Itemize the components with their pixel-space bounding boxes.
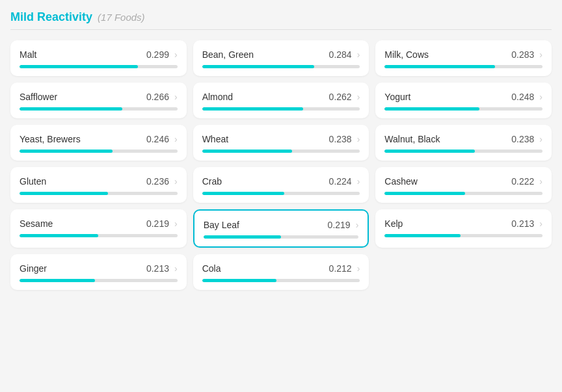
food-value: 0.213: [511, 218, 534, 229]
bar-track: [384, 65, 542, 68]
food-name: Sesame: [20, 218, 53, 229]
food-card[interactable]: Kelp 0.213 ›: [375, 209, 552, 248]
bar-fill: [384, 107, 479, 111]
chevron-right-icon: ›: [357, 134, 360, 144]
bar-track: [20, 107, 178, 111]
food-card[interactable]: Wheat 0.238 ›: [193, 125, 369, 161]
bar-track: [384, 150, 542, 153]
food-value: 0.299: [146, 49, 169, 60]
food-value: 0.246: [146, 134, 169, 144]
chevron-right-icon: ›: [539, 134, 542, 144]
food-value: 0.284: [329, 49, 352, 60]
food-value: 0.212: [329, 263, 352, 274]
food-card[interactable]: Milk, Cows 0.283 ›: [375, 40, 552, 76]
card-header-row: Yogurt 0.248 ›: [384, 92, 542, 102]
food-name: Milk, Cows: [384, 49, 429, 60]
food-name: Ginger: [20, 263, 47, 274]
chevron-right-icon: ›: [357, 176, 360, 187]
food-name: Kelp: [384, 218, 403, 229]
food-name: Gluten: [20, 176, 46, 187]
bar-fill: [20, 107, 122, 111]
food-card[interactable]: Safflower 0.266 ›: [10, 83, 187, 118]
chevron-right-icon: ›: [539, 218, 542, 229]
bar-track: [20, 234, 178, 237]
bar-fill: [202, 192, 284, 195]
bar-track: [20, 150, 178, 153]
card-header-row: Almond 0.262 ›: [202, 92, 360, 102]
food-card[interactable]: Sesame 0.219 ›: [10, 209, 187, 248]
header-title: Mild Reactivity: [10, 10, 92, 24]
food-name: Safflower: [20, 92, 57, 102]
bar-track: [202, 65, 360, 68]
card-header-row: Cola 0.212 ›: [202, 263, 360, 274]
food-card[interactable]: Almond 0.262 ›: [193, 83, 369, 118]
food-value: 0.219: [328, 220, 351, 230]
bar-track: [202, 150, 360, 153]
food-card[interactable]: Yeast, Brewers 0.246 ›: [10, 125, 187, 161]
bar-fill: [20, 150, 113, 153]
food-name: Crab: [202, 176, 222, 187]
food-grid: Malt 0.299 › Bean, Green 0.284 › Milk, C…: [10, 40, 552, 290]
bar-fill: [202, 150, 292, 153]
card-header-row: Walnut, Black 0.238 ›: [384, 134, 542, 144]
food-value: 0.262: [329, 92, 352, 102]
food-value: 0.236: [146, 176, 169, 187]
food-value: 0.222: [511, 176, 534, 187]
bar-track: [202, 279, 360, 282]
bar-track: [384, 107, 542, 111]
food-name: Almond: [202, 92, 233, 102]
card-header-row: Bean, Green 0.284 ›: [202, 49, 360, 60]
chevron-right-icon: ›: [356, 220, 359, 230]
food-name: Bean, Green: [202, 49, 254, 60]
food-card[interactable]: Walnut, Black 0.238 ›: [375, 125, 552, 161]
chevron-right-icon: ›: [174, 218, 178, 229]
food-name: Walnut, Black: [384, 134, 440, 144]
food-name: Yeast, Brewers: [20, 134, 81, 144]
food-name: Bay Leaf: [204, 220, 239, 230]
food-card[interactable]: Crab 0.224 ›: [193, 167, 369, 203]
bar-track: [20, 65, 178, 68]
card-header-row: Safflower 0.266 ›: [20, 92, 178, 102]
chevron-right-icon: ›: [174, 92, 178, 102]
card-header-row: Cashew 0.222 ›: [384, 176, 542, 187]
header-subtitle: (17 Foods): [98, 12, 145, 23]
bar-fill: [204, 235, 281, 239]
card-header-row: Sesame 0.219 ›: [20, 218, 178, 229]
food-card[interactable]: Gluten 0.236 ›: [10, 167, 187, 203]
bar-fill: [202, 107, 303, 111]
food-card[interactable]: Yogurt 0.248 ›: [375, 83, 552, 118]
bar-track: [384, 234, 542, 237]
food-value: 0.213: [146, 263, 169, 274]
food-card[interactable]: Cashew 0.222 ›: [375, 167, 552, 203]
bar-fill: [384, 150, 474, 153]
chevron-right-icon: ›: [174, 134, 178, 144]
chevron-right-icon: ›: [174, 176, 178, 187]
food-card[interactable]: Bean, Green 0.284 ›: [193, 40, 369, 76]
food-value: 0.238: [329, 134, 352, 144]
food-value: 0.238: [511, 134, 534, 144]
bar-fill: [202, 65, 314, 68]
card-header-row: Ginger 0.213 ›: [20, 263, 178, 274]
food-card[interactable]: Malt 0.299 ›: [10, 40, 187, 76]
chevron-right-icon: ›: [539, 92, 542, 102]
bar-fill: [384, 234, 460, 237]
bar-fill: [20, 279, 95, 282]
food-card[interactable]: Bay Leaf 0.219 ›: [193, 209, 369, 248]
food-name: Malt: [20, 49, 36, 60]
food-card[interactable]: Ginger 0.213 ›: [10, 254, 187, 290]
card-header-row: Malt 0.299 ›: [20, 49, 178, 60]
food-value: 0.224: [329, 176, 352, 187]
bar-track: [384, 192, 542, 195]
chevron-right-icon: ›: [174, 49, 178, 60]
food-name: Wheat: [202, 134, 228, 144]
bar-fill: [202, 279, 276, 282]
card-header-row: Crab 0.224 ›: [202, 176, 360, 187]
chevron-right-icon: ›: [357, 49, 360, 60]
bar-track: [20, 192, 178, 195]
card-header-row: Bay Leaf 0.219 ›: [204, 220, 359, 230]
bar-fill: [384, 192, 465, 195]
bar-track: [204, 235, 359, 239]
food-value: 0.266: [146, 92, 169, 102]
food-card[interactable]: Cola 0.212 ›: [193, 254, 369, 290]
chevron-right-icon: ›: [174, 263, 178, 274]
